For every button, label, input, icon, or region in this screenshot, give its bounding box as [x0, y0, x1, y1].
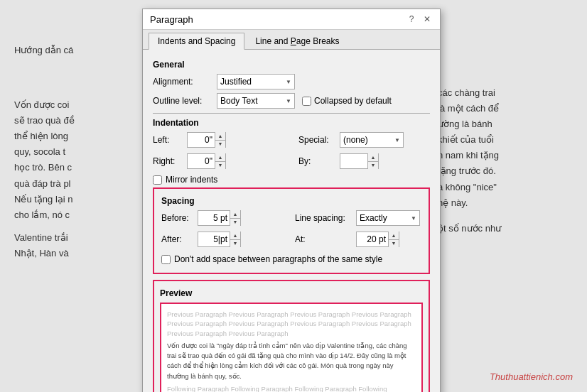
after-up[interactable]: ▲: [230, 232, 240, 240]
help-button[interactable]: ?: [406, 13, 417, 25]
alignment-row: Alignment: Justified ▼: [153, 74, 430, 89]
special-select[interactable]: (none) ▼: [340, 132, 404, 148]
at-spinbox[interactable]: ▲ ▼: [356, 232, 399, 247]
indent-right-spinbox[interactable]: ▲ ▼: [187, 153, 226, 169]
dont-add-space-label: Don't add space between paragraphs of th…: [174, 254, 382, 264]
alignment-label: Alignment:: [153, 77, 217, 87]
preview-title: Preview: [160, 288, 423, 298]
indent-left-row: Left: 0" ▲ ▼: [153, 132, 284, 148]
special-label: Special:: [298, 135, 335, 145]
tab-bar: Indents and Spacing Line and Page Breaks: [143, 30, 440, 50]
dont-add-space-checkbox[interactable]: [161, 255, 171, 264]
before-down[interactable]: ▼: [230, 219, 240, 227]
spacing-after-row: After: ▲ ▼: [161, 232, 288, 247]
line-spacing-select[interactable]: Exactly ▼: [356, 210, 420, 226]
indent-left-up[interactable]: ▲: [215, 132, 225, 141]
before-up[interactable]: ▲: [230, 210, 240, 219]
before-label: Before:: [161, 213, 193, 223]
indent-right-row: Right: ▲ ▼: [153, 153, 284, 169]
close-button[interactable]: ✕: [421, 13, 433, 25]
by-up[interactable]: ▲: [368, 153, 378, 162]
dont-add-space-row: Don't add space between paragraphs of th…: [161, 254, 421, 264]
indent-special-row: Special: (none) ▼: [298, 132, 430, 148]
by-down[interactable]: ▼: [368, 162, 378, 170]
mirror-indent-checkbox[interactable]: [153, 175, 162, 185]
preview-main-text: Vốn được coi là "ngày đáp trả tình cảm" …: [167, 341, 416, 381]
spacing-section-title: Spacing: [161, 196, 421, 206]
after-label: After:: [161, 234, 193, 244]
indent-left-spinbox[interactable]: 0" ▲ ▼: [187, 132, 226, 148]
spacing-before-row: Before: ▲ ▼: [161, 210, 288, 226]
indent-left-input[interactable]: 0": [188, 133, 215, 147]
collapsed-label-text: Collapsed by default: [314, 96, 392, 106]
general-section-title: General: [153, 60, 430, 70]
preview-follow-text: Following Paragraph Following Paragraph …: [167, 384, 416, 392]
after-input[interactable]: [198, 232, 230, 246]
tab-line-page-breaks[interactable]: Line and Page Breaks: [246, 33, 348, 49]
by-spinbox[interactable]: ▲ ▼: [340, 153, 379, 169]
indent-right-input[interactable]: [188, 154, 215, 168]
dialog-title: Paragraph: [150, 14, 193, 25]
dialog-body: General Alignment: Justified ▼ Outline l…: [143, 50, 440, 392]
after-spinbox[interactable]: ▲ ▼: [198, 232, 241, 247]
before-spinbox[interactable]: ▲ ▼: [198, 210, 241, 226]
spacing-section: Spacing Before: ▲ ▼ Line spacing:: [153, 187, 430, 274]
preview-section: Preview Previous Paragraph Previous Para…: [153, 280, 430, 392]
at-input[interactable]: [357, 232, 388, 246]
indent-by-row: By: ▲ ▼: [298, 153, 430, 169]
paragraph-dialog: Paragraph ? ✕ Indents and Spacing Line a…: [142, 9, 441, 392]
indent-left-label: Left:: [153, 135, 183, 145]
by-label: By:: [298, 156, 335, 166]
after-down[interactable]: ▼: [230, 240, 240, 248]
mirror-indent-row: Mirror indents: [153, 175, 430, 185]
before-input[interactable]: [198, 211, 230, 225]
collapsed-checkbox[interactable]: [302, 97, 311, 106]
indentation-section-title: Indentation: [153, 118, 430, 128]
line-spacing-row: Line spacing: Exactly ▼: [295, 210, 421, 226]
preview-box: Previous Paragraph Previous Paragraph Pr…: [160, 303, 423, 392]
at-label: At:: [295, 234, 352, 244]
line-spacing-label: Line spacing:: [295, 213, 352, 223]
mirror-indent-label: Mirror indents: [166, 175, 217, 185]
indent-right-up[interactable]: ▲: [215, 153, 225, 162]
at-row: At: ▲ ▼: [295, 232, 421, 247]
title-bar: Paragraph ? ✕: [143, 9, 440, 30]
collapsed-checkbox-label: Collapsed by default: [302, 96, 392, 106]
indent-right-label: Right:: [153, 156, 183, 166]
tab-indents-spacing[interactable]: Indents and Spacing: [149, 33, 244, 50]
outline-row: Outline level: Body Text ▼ Collapsed by …: [153, 93, 430, 109]
preview-prev-text: Previous Paragraph Previous Paragraph Pr…: [167, 310, 416, 338]
title-bar-controls: ? ✕: [406, 13, 433, 25]
at-down[interactable]: ▼: [389, 240, 399, 248]
at-up[interactable]: ▲: [389, 232, 399, 240]
alignment-select[interactable]: Justified ▼: [217, 74, 295, 89]
indent-left-down[interactable]: ▼: [215, 141, 225, 148]
outline-label: Outline level:: [153, 96, 217, 106]
by-input[interactable]: [340, 154, 367, 168]
outline-select[interactable]: Body Text ▼: [217, 93, 295, 109]
indent-right-down[interactable]: ▼: [215, 162, 225, 170]
